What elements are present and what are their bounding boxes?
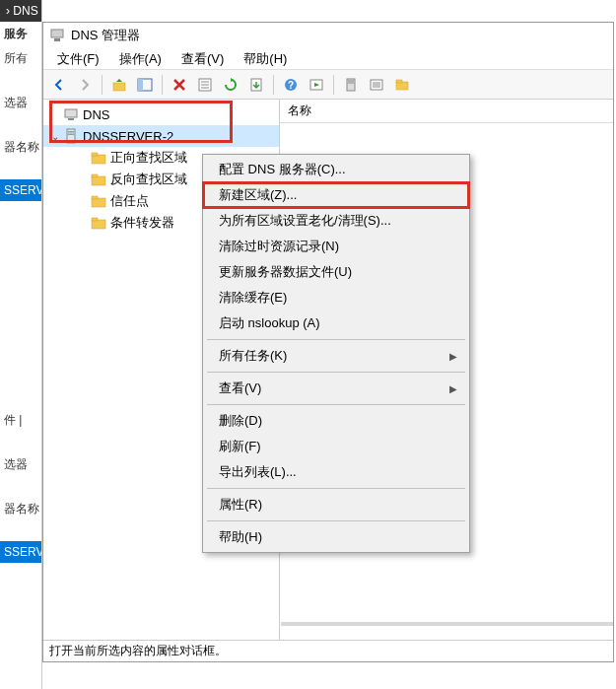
svg-rect-25 <box>68 131 74 133</box>
filter-icon-button[interactable] <box>390 73 414 97</box>
menu-bar: 文件(F) 操作(A) 查看(V) 帮助(H) <box>43 48 613 70</box>
menu-divider <box>207 339 465 340</box>
context-menu-item[interactable]: 清除缓存(E) <box>205 285 467 310</box>
tree-server-node[interactable]: ⌄ DNSSERVER-2 <box>43 125 279 147</box>
svg-rect-34 <box>92 218 98 221</box>
export-button[interactable] <box>244 73 268 97</box>
expand-caret-icon[interactable]: ⌄ <box>49 130 61 142</box>
context-menu-item[interactable]: 清除过时资源记录(N) <box>205 234 467 259</box>
context-menu-item[interactable]: 启动 nslookup (A) <box>205 310 467 336</box>
svg-rect-28 <box>92 153 98 156</box>
submenu-arrow-icon: ▶ <box>449 383 457 394</box>
svg-rect-22 <box>65 109 77 117</box>
app-icon <box>49 28 65 43</box>
menu-item-label: 配置 DNS 服务器(C)... <box>219 161 346 178</box>
menu-item-label: 更新服务器数据文件(U) <box>219 263 352 281</box>
dns-root-icon <box>63 106 79 122</box>
context-menu-item[interactable]: 配置 DNS 服务器(C)... <box>205 157 467 182</box>
context-menu-item[interactable]: 所有任务(K)▶ <box>205 343 467 369</box>
menu-divider <box>207 488 465 489</box>
svg-rect-4 <box>138 79 143 91</box>
list-column-header[interactable]: 名称 <box>280 100 613 123</box>
svg-rect-2 <box>113 83 125 91</box>
svg-rect-21 <box>396 80 402 83</box>
toolbar-separator <box>102 75 103 95</box>
context-menu-item[interactable]: 查看(V)▶ <box>205 376 467 401</box>
menu-item-label: 帮助(H) <box>219 528 262 546</box>
folder-icon <box>91 172 106 187</box>
menu-item-label: 为所有区域设置老化/清理(S)... <box>219 212 391 230</box>
context-menu: 配置 DNS 服务器(C)...新建区域(Z)...为所有区域设置老化/清理(S… <box>202 154 470 553</box>
menu-item-label: 清除过时资源记录(N) <box>219 238 339 255</box>
context-menu-item[interactable]: 帮助(H) <box>205 524 467 550</box>
server-icon-button[interactable] <box>339 73 363 97</box>
tree-root-dns[interactable]: DNS <box>43 103 279 125</box>
menu-item-label: 属性(R) <box>219 496 262 514</box>
svg-rect-26 <box>68 134 74 136</box>
context-menu-item[interactable]: 删除(D) <box>205 408 467 434</box>
folder-icon <box>91 193 106 209</box>
svg-rect-27 <box>92 155 105 164</box>
menu-item-label: 新建区域(Z)... <box>219 186 297 204</box>
svg-rect-33 <box>92 220 105 229</box>
bg-breadcrumb: › DNS <box>0 0 41 22</box>
refresh-button[interactable] <box>219 73 242 97</box>
server-icon <box>63 128 79 144</box>
svg-rect-1 <box>54 38 60 41</box>
svg-text:?: ? <box>288 80 294 91</box>
bottom-splitter[interactable] <box>281 622 613 640</box>
menu-action[interactable]: 操作(A) <box>109 48 171 70</box>
menu-item-label: 刷新(F) <box>219 438 261 455</box>
submenu-arrow-icon: ▶ <box>449 351 457 362</box>
menu-item-label: 启动 nslookup (A) <box>219 314 320 332</box>
toolbar: ? <box>43 70 613 100</box>
delete-button[interactable] <box>168 73 191 97</box>
properties-button[interactable] <box>193 73 217 97</box>
nav-forward-button[interactable] <box>73 73 97 97</box>
menu-file[interactable]: 文件(F) <box>47 48 109 70</box>
title-bar: DNS 管理器 <box>43 23 613 48</box>
svg-rect-31 <box>92 198 105 207</box>
menu-divider <box>207 404 465 405</box>
context-menu-item[interactable]: 更新服务器数据文件(U) <box>205 259 467 285</box>
list-icon-button[interactable] <box>365 73 388 97</box>
menu-help[interactable]: 帮助(H) <box>234 48 297 70</box>
menu-item-label: 所有任务(K) <box>219 347 287 365</box>
show-hide-tree-button[interactable] <box>133 73 157 97</box>
folder-icon <box>91 215 106 231</box>
svg-rect-32 <box>92 196 98 199</box>
context-menu-item[interactable]: 属性(R) <box>205 492 467 517</box>
context-menu-item[interactable]: 新建区域(Z)... <box>205 182 467 208</box>
context-menu-item[interactable]: 为所有区域设置老化/清理(S)... <box>205 208 467 234</box>
help-button[interactable]: ? <box>279 73 303 97</box>
menu-divider <box>207 520 465 521</box>
menu-item-label: 清除缓存(E) <box>219 289 287 307</box>
context-menu-item[interactable]: 刷新(F) <box>205 434 467 459</box>
context-menu-item[interactable]: 导出列表(L)... <box>205 459 467 485</box>
folder-icon <box>91 150 106 166</box>
background-sidebar: › DNS 服务 所有 选器 器名称 SSERV 件 | 选器 器名称 SSER… <box>0 0 42 689</box>
svg-rect-23 <box>68 118 74 120</box>
up-button[interactable] <box>107 73 131 97</box>
menu-divider <box>207 372 465 373</box>
svg-rect-29 <box>92 176 105 185</box>
menu-item-label: 导出列表(L)... <box>219 463 297 481</box>
nav-back-button[interactable] <box>47 73 71 97</box>
menu-item-label: 删除(D) <box>219 412 262 430</box>
window-title: DNS 管理器 <box>71 27 140 44</box>
status-text: 打开当前所选内容的属性对话框。 <box>49 644 227 657</box>
svg-rect-30 <box>92 174 98 177</box>
caret-icon <box>49 108 61 120</box>
play-button[interactable] <box>305 73 328 97</box>
svg-rect-0 <box>51 30 63 37</box>
menu-view[interactable]: 查看(V) <box>171 48 234 70</box>
menu-item-label: 查看(V) <box>219 379 261 397</box>
status-bar: 打开当前所选内容的属性对话框。 <box>43 640 613 661</box>
